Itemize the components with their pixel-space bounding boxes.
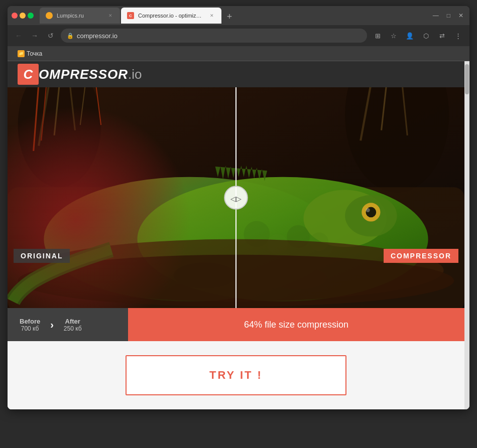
comparison-section: ◁▷ ORIGINAL COMPRESSOR (8, 87, 464, 308)
svg-rect-33 (8, 87, 236, 308)
tab-compressor-close[interactable]: ✕ (208, 12, 215, 19)
maximize-icon[interactable]: □ (445, 10, 452, 21)
logo-text: OMPRESSOR (39, 67, 128, 82)
stats-left: Before 700 кб › After 250 кб (8, 308, 128, 341)
after-value: 250 кб (64, 325, 82, 332)
sync-icon[interactable]: ⇄ (435, 29, 448, 42)
try-it-section: TRY IT ! (8, 341, 464, 409)
bookmark-folder[interactable]: 📁 Точка (14, 48, 46, 59)
window-right-controls: — □ ✕ (431, 10, 465, 21)
lock-icon: 🔒 (67, 33, 74, 39)
bookmark-icon[interactable]: ☆ (387, 29, 400, 42)
label-original: ORIGINAL (14, 249, 70, 263)
after-label: After (64, 318, 82, 325)
close-icon[interactable]: ✕ (456, 10, 465, 21)
menu-icon[interactable]: ⋮ (451, 29, 464, 42)
tab-compressor-title: Compressor.io - optimize and co (138, 13, 204, 19)
site-logo: C OMPRESSOR .io (18, 64, 142, 85)
toolbar-icons: ⊞ ☆ 👤 ⬡ ⇄ ⋮ (371, 29, 464, 42)
site-header: C OMPRESSOR .io (8, 61, 464, 87)
scroll-thumb[interactable] (465, 64, 469, 94)
browser-window: Lumpics.ru ✕ C Compressor.io - optimize … (8, 6, 469, 409)
tab-lumpics[interactable]: Lumpics.ru ✕ (40, 8, 120, 24)
stat-before: Before 700 кб (20, 318, 40, 332)
try-it-button[interactable]: TRY IT ! (126, 355, 346, 395)
compression-text: 64% file size compression (244, 320, 348, 330)
back-button[interactable]: ← (13, 30, 25, 42)
svg-point-23 (366, 208, 370, 212)
bookmarks-bar: 📁 Точка (8, 46, 469, 61)
compressor-favicon: C (127, 12, 134, 19)
scrollbar[interactable] (464, 61, 469, 409)
address-input[interactable]: 🔒 compressor.io (61, 29, 367, 43)
extension-icon[interactable]: ⬡ (419, 29, 432, 42)
comparison-image: ◁▷ (8, 87, 464, 308)
forward-button[interactable]: → (29, 30, 41, 42)
reload-button[interactable]: ↺ (45, 30, 57, 42)
before-label: Before (20, 318, 40, 325)
minimize-button[interactable] (20, 13, 26, 19)
logo-c-box: C (18, 64, 39, 85)
folder-icon: 📁 (18, 50, 25, 57)
new-tab-button[interactable]: + (222, 10, 236, 24)
lumpics-favicon (46, 12, 53, 19)
close-button[interactable] (12, 13, 18, 19)
browser-content-wrapper: C OMPRESSOR .io (8, 61, 469, 409)
stat-arrow: › (50, 319, 54, 331)
svg-text:◁▷: ◁▷ (230, 195, 242, 203)
tab-lumpics-title: Lumpics.ru (57, 13, 103, 19)
tab-lumpics-close[interactable]: ✕ (107, 12, 114, 19)
translate-icon[interactable]: ⊞ (371, 29, 384, 42)
maximize-button[interactable] (28, 13, 34, 19)
before-value: 700 кб (20, 325, 40, 332)
title-bar: Lumpics.ru ✕ C Compressor.io - optimize … (8, 6, 469, 25)
stats-right: 64% file size compression (128, 308, 464, 341)
tab-compressor[interactable]: C Compressor.io - optimize and co ✕ (121, 8, 221, 24)
stats-bar: Before 700 кб › After 250 кб 64% file si… (8, 308, 464, 341)
browser-content: C OMPRESSOR .io (8, 61, 464, 409)
minimize-icon[interactable]: — (431, 10, 441, 21)
tabs-bar: Lumpics.ru ✕ C Compressor.io - optimize … (40, 8, 429, 24)
window-controls (12, 13, 34, 19)
logo-io: .io (128, 67, 142, 82)
address-bar: ← → ↺ 🔒 compressor.io ⊞ ☆ 👤 ⬡ ⇄ ⋮ (8, 25, 469, 46)
profile-icon[interactable]: 👤 (403, 29, 416, 42)
label-compressor: COMPRESSOR (384, 249, 458, 263)
address-text: compressor.io (77, 32, 117, 40)
bookmark-label: Точка (27, 50, 42, 57)
stat-after: After 250 кб (64, 318, 82, 332)
